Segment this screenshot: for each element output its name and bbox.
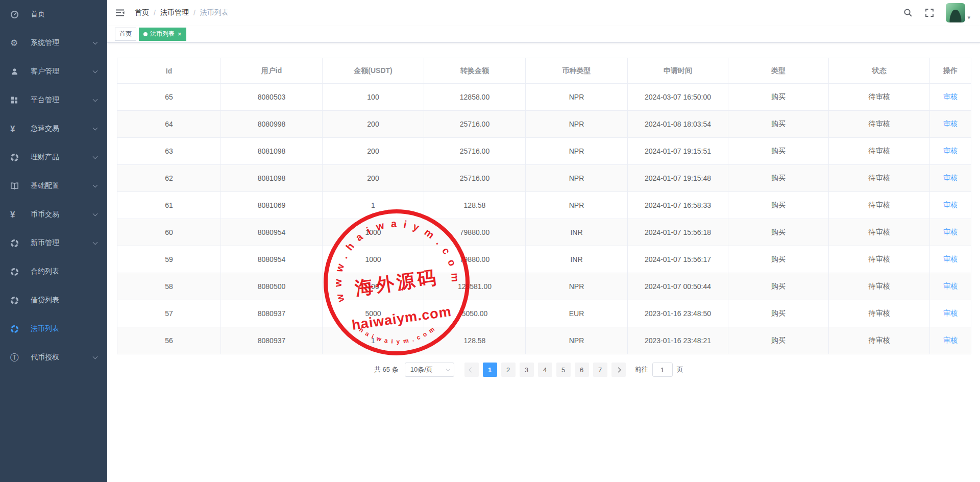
breadcrumb-separator: / <box>193 9 195 17</box>
table-cell: 60 <box>117 219 221 246</box>
page-button-3[interactable]: 3 <box>520 363 534 377</box>
table-cell: 65 <box>117 84 221 111</box>
table-cell: 25716.00 <box>424 165 526 192</box>
table-cell: 61 <box>117 192 221 219</box>
sidebar-item-客户管理[interactable]: 客户管理 <box>0 57 107 86</box>
table-cell: NPR <box>526 111 628 138</box>
table-cell: 购买 <box>728 138 829 165</box>
page-button-5[interactable]: 5 <box>556 363 571 377</box>
review-link[interactable]: 审核 <box>943 147 958 155</box>
goto-page-input[interactable] <box>652 363 673 377</box>
page-size-select[interactable]: 10条/页 <box>405 363 454 377</box>
sidebar-item-币币交易[interactable]: ¥币币交易 <box>0 200 107 229</box>
sidebar-item-基础配置[interactable]: 基础配置 <box>0 172 107 200</box>
table-cell: 8081069 <box>221 192 323 219</box>
search-icon[interactable] <box>903 8 913 18</box>
table-cell: 58 <box>117 273 221 300</box>
review-link[interactable]: 审核 <box>943 336 958 344</box>
sidebar-item-平台管理[interactable]: 平台管理 <box>0 86 107 114</box>
review-link[interactable]: 审核 <box>943 174 958 182</box>
chevron-down-icon <box>93 240 98 245</box>
sidebar-item-新币管理[interactable]: 新币管理 <box>0 229 107 257</box>
sidebar-item-理财产品[interactable]: 理财产品 <box>0 143 107 172</box>
column-header: Id <box>117 58 221 84</box>
review-link[interactable]: 审核 <box>943 309 958 317</box>
ring-icon <box>10 153 22 162</box>
table-cell: 62 <box>117 165 221 192</box>
column-header: 金额(USDT) <box>323 58 424 84</box>
page-button-7[interactable]: 7 <box>593 363 607 377</box>
table-cell: 2023-01-16 23:48:21 <box>628 327 728 354</box>
ring-icon <box>10 268 22 276</box>
tag-label: 首页 <box>119 30 132 38</box>
table-cell-actions: 审核 <box>930 165 971 192</box>
app-root: 首页⚙系统管理客户管理平台管理¥急速交易理财产品基础配置¥币币交易新币管理合约列… <box>0 0 980 482</box>
page-button-1[interactable]: 1 <box>483 363 497 377</box>
review-link[interactable]: 审核 <box>943 92 958 101</box>
prev-page-button[interactable] <box>464 363 479 377</box>
table-cell: 1000 <box>323 219 424 246</box>
tag-首页[interactable]: 首页 <box>115 28 136 41</box>
review-link[interactable]: 审核 <box>943 119 958 128</box>
review-link[interactable]: 审核 <box>943 228 958 236</box>
table-cell-actions: 审核 <box>930 300 971 327</box>
sidebar-item-label: 急速交易 <box>31 124 59 133</box>
table-cell: INR <box>526 219 628 246</box>
sidebar-item-label: 借贷列表 <box>31 296 59 305</box>
table-cell: 8080937 <box>221 327 323 354</box>
sidebar-item-label: 基础配置 <box>31 181 59 190</box>
user-menu[interactable]: ▾ <box>946 3 970 22</box>
sidebar-item-代币授权[interactable]: Ⓣ代币授权 <box>0 343 107 372</box>
table-cell: 待审核 <box>829 273 930 300</box>
top-navbar: 首页 / 法币管理 / 法币列表 ▾ <box>107 0 980 26</box>
page-button-2[interactable]: 2 <box>501 363 516 377</box>
avatar[interactable] <box>946 3 965 22</box>
sidebar-item-借贷列表[interactable]: 借贷列表 <box>0 286 107 315</box>
sidebar-item-法币列表[interactable]: 法币列表 <box>0 315 107 343</box>
table-cell: 购买 <box>728 84 829 111</box>
chevron-down-icon <box>446 367 450 371</box>
table-row: 63808109820025716.00NPR2024-01-07 19:15:… <box>117 138 971 165</box>
navbar-right: ▾ <box>892 3 970 22</box>
sidebar-item-系统管理[interactable]: ⚙系统管理 <box>0 29 107 57</box>
sidebar-item-合约列表[interactable]: 合约列表 <box>0 257 107 286</box>
table-cell: 12858.00 <box>424 84 526 111</box>
table-cell: 2024-01-07 15:56:18 <box>628 219 728 246</box>
review-link[interactable]: 审核 <box>943 282 958 290</box>
table-cell-actions: 审核 <box>930 219 971 246</box>
breadcrumb-home[interactable]: 首页 <box>135 8 149 17</box>
chevron-down-icon <box>93 126 98 131</box>
table-cell: NPR <box>526 327 628 354</box>
breadcrumb-fiat-mgmt[interactable]: 法币管理 <box>160 8 189 17</box>
table-cell: 200 <box>323 111 424 138</box>
table-row: 608080954100079880.00INR2024-01-07 15:56… <box>117 219 971 246</box>
fullscreen-icon[interactable] <box>924 8 935 18</box>
table-cell: 8080503 <box>221 84 323 111</box>
review-link[interactable]: 审核 <box>943 201 958 209</box>
table-cell-actions: 审核 <box>930 273 971 300</box>
page-button-6[interactable]: 6 <box>575 363 589 377</box>
table-cell: 128.58 <box>424 192 526 219</box>
sidebar-item-label: 新币管理 <box>31 238 59 248</box>
review-link[interactable]: 审核 <box>943 255 958 263</box>
table-cell: 购买 <box>728 273 829 300</box>
close-icon[interactable]: × <box>178 31 182 37</box>
next-page-button[interactable] <box>611 363 626 377</box>
sidebar-item-急速交易[interactable]: ¥急速交易 <box>0 114 107 143</box>
tag-label: 法币列表 <box>150 30 175 38</box>
table-cell: 购买 <box>728 165 829 192</box>
tag-法币列表[interactable]: 法币列表× <box>139 28 186 41</box>
page-buttons: 1234567 <box>462 363 628 377</box>
ring-icon <box>10 239 22 248</box>
chevron-down-icon <box>93 154 98 159</box>
table-cell: 待审核 <box>829 165 930 192</box>
page-size-value: 10条/页 <box>410 365 433 374</box>
sidebar-collapse-icon[interactable] <box>115 7 126 18</box>
sidebar-item-label: 理财产品 <box>31 153 59 162</box>
sidebar-menu: 首页⚙系统管理客户管理平台管理¥急速交易理财产品基础配置¥币币交易新币管理合约列… <box>0 0 107 372</box>
page-button-4[interactable]: 4 <box>538 363 552 377</box>
table-cell: 200 <box>323 165 424 192</box>
table-cell: 购买 <box>728 300 829 327</box>
table-cell: 8081098 <box>221 165 323 192</box>
sidebar-item-首页[interactable]: 首页 <box>0 0 107 29</box>
